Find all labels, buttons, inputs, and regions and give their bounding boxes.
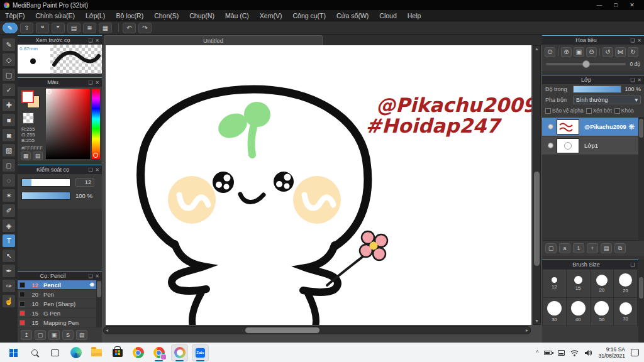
palette-icon[interactable]: ▦	[21, 151, 31, 160]
snap-tool[interactable]: ✓	[2, 83, 16, 97]
rotation-slider-thumb[interactable]	[582, 60, 590, 68]
horizontal-scroll-thumb[interactable]	[245, 327, 319, 333]
pen-tool[interactable]: ✑	[2, 279, 16, 293]
zoom-actual-icon[interactable]: ⊙	[545, 47, 555, 57]
menu-color[interactable]: Màu (C)	[225, 12, 249, 19]
file-explorer-app[interactable]	[88, 344, 105, 361]
layer-folder-icon[interactable]: ▤	[601, 243, 612, 253]
brush-row-pen[interactable]: 20 Pen	[18, 290, 96, 299]
popout-icon[interactable]: ❏	[88, 273, 92, 279]
scroll-right-icon[interactable]: ►	[524, 327, 530, 334]
tray-chevron-icon[interactable]: ^	[536, 349, 538, 356]
document-icon[interactable]: ▤	[67, 23, 80, 33]
menu-window[interactable]: Cửa sổ(W)	[336, 12, 369, 19]
fill-shape-tool[interactable]: ■	[2, 113, 16, 127]
visibility-dot-icon[interactable]	[548, 124, 553, 129]
menu-tools[interactable]: Công cụ(T)	[292, 12, 326, 19]
palette-edit-icon[interactable]: ▤	[33, 151, 43, 160]
gradient-tool[interactable]: ▨	[2, 143, 16, 157]
brush-size-slider[interactable]	[21, 178, 70, 187]
layer-item-watermark[interactable]: @Pikachu2009 ❋	[542, 118, 638, 136]
script-brush-icon[interactable]: S	[62, 330, 74, 340]
medibang-app[interactable]	[171, 344, 188, 361]
doc-settings-icon[interactable]: ≣	[83, 23, 96, 33]
brush-opacity-slider[interactable]	[21, 192, 70, 200]
grid-icon[interactable]: ▦	[99, 23, 112, 33]
close-icon[interactable]: ✕	[95, 167, 99, 173]
duplicate-layer-icon[interactable]: ⧉	[614, 243, 626, 253]
hand-tool[interactable]: ☝	[2, 294, 16, 308]
share-icon[interactable]: ⇧	[20, 23, 33, 33]
chat-icon[interactable]: ❝	[36, 23, 49, 33]
select-tool[interactable]: ◻	[2, 158, 16, 172]
add-layer-menu-icon[interactable]: +	[587, 243, 598, 253]
close-icon[interactable]: ✕	[95, 80, 99, 85]
zoom-in-icon[interactable]: ⊕	[561, 47, 572, 57]
close-button[interactable]: ✕	[624, 0, 640, 10]
drawing-canvas[interactable]: @Pikachu2009 #Hoidap247	[106, 45, 531, 325]
visibility-dot-icon[interactable]	[548, 143, 553, 148]
size-option-40[interactable]: 40	[567, 298, 590, 326]
popout-icon[interactable]: ❏	[88, 80, 92, 85]
popout-icon[interactable]: ❏	[630, 38, 635, 43]
scrollbar-thumb[interactable]	[639, 277, 643, 299]
wifi-icon[interactable]	[570, 349, 579, 356]
chrome-profile-app[interactable]	[150, 344, 167, 361]
brush-row-pencil[interactable]: 12 Pencil ❋	[18, 280, 96, 290]
size-option-12[interactable]: 12	[543, 270, 566, 297]
menu-cloud[interactable]: Cloud	[379, 12, 396, 19]
blend-mode-select[interactable]: Bình thường ▾	[573, 96, 641, 104]
edge-app[interactable]	[67, 344, 84, 361]
redo-icon[interactable]: ↷	[138, 23, 152, 33]
canvas-vertical-scrollbar[interactable]: ▲ ▼	[533, 45, 541, 325]
clipping-checkbox[interactable]: Xén bớt	[586, 107, 612, 114]
start-button[interactable]	[5, 344, 22, 361]
close-icon[interactable]: ✕	[95, 38, 99, 43]
task-view-button[interactable]	[47, 344, 64, 361]
rotate-right-icon[interactable]: ↻	[628, 47, 638, 57]
select-eraser-tool[interactable]: ◈	[2, 219, 16, 233]
volume-icon[interactable]	[584, 349, 592, 356]
scroll-down-icon[interactable]: ▼	[533, 318, 540, 324]
vertical-scroll-thumb[interactable]	[534, 172, 540, 266]
touch-keyboard-icon[interactable]	[558, 350, 565, 356]
popout-icon[interactable]: ❏	[630, 262, 635, 268]
new-layer-icon[interactable]: ▢	[545, 243, 557, 253]
menu-select[interactable]: Chọn(S)	[154, 12, 179, 19]
menu-layer[interactable]: Lớp(L)	[86, 12, 105, 19]
size-option-25[interactable]: 25	[614, 270, 637, 297]
menu-help[interactable]: Help	[408, 12, 421, 19]
comment-icon[interactable]: ❞	[52, 23, 65, 33]
size-option-30[interactable]: 30	[543, 298, 566, 326]
close-icon[interactable]: ✕	[95, 273, 99, 279]
size-option-70[interactable]: 70	[614, 298, 637, 326]
brush-folder-icon[interactable]: ▤	[76, 330, 87, 340]
hue-bar[interactable]	[92, 89, 100, 159]
brush-row-pen-sharp[interactable]: 10 Pen (Sharp)	[18, 299, 96, 309]
chrome-app[interactable]	[130, 344, 147, 361]
brush-mode-icon[interactable]: ✎	[3, 23, 18, 33]
move-tool[interactable]: ✚	[2, 98, 16, 112]
size-option-15[interactable]: 15	[567, 270, 590, 297]
rotate-reset-icon[interactable]: ⋈	[615, 47, 626, 57]
size-option-20[interactable]: 20	[591, 270, 614, 297]
scrollbar-thumb[interactable]	[97, 281, 101, 297]
magic-wand-tool[interactable]: ✶	[2, 189, 16, 202]
lock-checkbox[interactable]: Khóa	[614, 107, 634, 114]
popout-icon[interactable]: ❏	[88, 38, 92, 43]
battery-icon[interactable]	[544, 351, 552, 355]
menu-file[interactable]: Tệp(F)	[5, 12, 25, 19]
rotation-slider[interactable]	[546, 63, 626, 65]
minimize-button[interactable]: —	[591, 0, 608, 10]
menu-view[interactable]: Xem(V)	[260, 12, 282, 19]
fit-screen-icon[interactable]: ▣	[574, 47, 584, 57]
brush-row-mapping-pen[interactable]: 15 Mapping Pen	[18, 318, 96, 327]
taskbar-clock[interactable]: 9:16 SA 31/08/2021	[598, 346, 625, 359]
upload-brush-icon[interactable]: ↥	[21, 330, 32, 340]
rotate-left-icon[interactable]: ↺	[602, 47, 613, 57]
scrollbar-thumb[interactable]	[639, 119, 643, 138]
canvas-horizontal-scrollbar[interactable]: ◄ ►	[103, 326, 531, 334]
foreground-color-swatch[interactable]	[21, 90, 34, 103]
lasso-tool[interactable]: ◌	[2, 173, 16, 187]
microsoft-store-app[interactable]	[109, 344, 126, 361]
